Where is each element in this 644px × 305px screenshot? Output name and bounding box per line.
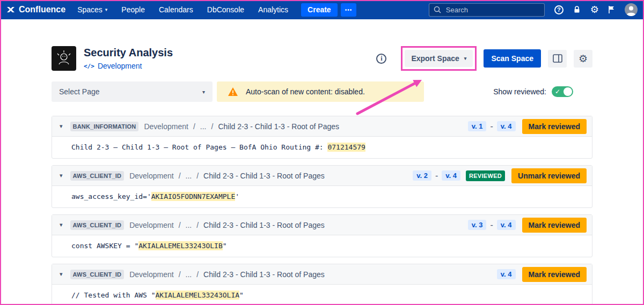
version-link[interactable]: v. 2 xyxy=(413,170,431,181)
version-link[interactable]: v. 1 xyxy=(468,121,487,131)
breadcrumb: Development / ... / Child 2-3 - Child 1-… xyxy=(129,221,325,229)
nav-item-analytics[interactable]: Analytics xyxy=(258,5,288,14)
title-block: Security Analysis </> Development xyxy=(84,47,173,70)
finding-type-badge: AWS_CLIENT_ID xyxy=(70,171,125,181)
breadcrumb-page-link[interactable]: Child 2-3 - Child 1-3 - Root of Pages xyxy=(203,221,325,229)
nav-item-label: Calendars xyxy=(159,5,193,14)
export-space-label: Export Space xyxy=(411,54,459,63)
toolbar-row: Select Page ▾ Auto-scan of new content: … xyxy=(52,81,592,102)
code-text: " xyxy=(239,291,244,299)
nav-item-dbconsole[interactable]: DbConsole xyxy=(207,5,244,14)
select-page-dropdown[interactable]: Select Page ▾ xyxy=(52,81,213,102)
breadcrumb: Development / ... / Child 2-3 - Child 1-… xyxy=(144,122,339,131)
breadcrumb-space-link[interactable]: Development xyxy=(129,221,174,229)
more-button[interactable]: ••• xyxy=(341,3,357,17)
warning-text: Auto-scan of new content: disabled. xyxy=(246,87,365,96)
gear-icon[interactable]: ⚙ xyxy=(590,5,599,14)
search-box[interactable] xyxy=(429,3,545,17)
top-navigation: Confluence Spaces ▾ People Calendars DbC… xyxy=(0,0,644,19)
breadcrumb-ellipsis: ... xyxy=(200,122,207,131)
breadcrumb-page-link[interactable]: Child 2-3 - Child 1-3 - Root of Pages xyxy=(218,122,339,131)
breadcrumb-separator: / xyxy=(196,221,199,229)
export-space-button[interactable]: Export Space ▾ xyxy=(405,50,473,67)
breadcrumb-separator: / xyxy=(179,221,181,229)
version-link[interactable]: v. 4 xyxy=(497,269,516,279)
help-glyph: ? xyxy=(557,6,561,13)
breadcrumb-page-link[interactable]: Child 2-3 - Child 1-3 - Root of Pages xyxy=(203,270,325,279)
breadcrumb-separator: / xyxy=(179,172,181,180)
finding-card: ▾ BANK_INFORMATION Development / ... / C… xyxy=(52,116,592,159)
select-page-label: Select Page xyxy=(59,87,100,96)
space-link[interactable]: Development xyxy=(98,62,142,70)
chevron-down-icon: ▾ xyxy=(202,89,205,95)
code-highlight: AKIALALEMEL33243OLIA xyxy=(156,291,240,300)
version-link[interactable]: v. 4 xyxy=(497,121,516,131)
nav-item-people[interactable]: People xyxy=(121,5,145,14)
gear-icon: ⚙ xyxy=(579,54,588,64)
mark-reviewed-button[interactable]: Mark reviewed xyxy=(522,119,587,134)
flag-icon[interactable] xyxy=(608,5,616,14)
breadcrumb-space-link[interactable]: Development xyxy=(144,122,188,131)
findings-list: ▾ BANK_INFORMATION Development / ... / C… xyxy=(52,116,592,305)
finding-type-badge: BANK_INFORMATION xyxy=(70,122,139,131)
warning-icon xyxy=(228,87,238,96)
create-button[interactable]: Create xyxy=(301,3,338,17)
finding-header: ▾ AWS_CLIENT_ID Development / ... / Chil… xyxy=(52,215,592,235)
nav-links: Spaces ▾ People Calendars DbConsole Anal… xyxy=(77,5,288,14)
finding-type-badge: AWS_CLIENT_ID xyxy=(70,220,125,230)
mark-reviewed-button[interactable]: Mark reviewed xyxy=(522,218,587,233)
version-link[interactable]: v. 4 xyxy=(497,220,516,230)
scan-space-button[interactable]: Scan Space xyxy=(484,49,541,68)
chevron-down-icon: ▾ xyxy=(464,56,467,61)
nav-item-spaces[interactable]: Spaces ▾ xyxy=(77,5,107,14)
space-avatar[interactable] xyxy=(52,46,76,71)
info-icon[interactable]: i xyxy=(376,54,386,64)
chevron-down-icon[interactable]: ▾ xyxy=(57,172,65,179)
nav-item-calendars[interactable]: Calendars xyxy=(159,5,193,14)
code-highlight: AKIALALEMEL33243OLIB xyxy=(138,241,223,250)
code-text: // Tested with AWS " xyxy=(71,291,156,299)
page-title: Security Analysis xyxy=(84,47,173,59)
reviewed-badge: REVIEWED xyxy=(466,170,505,181)
finding-snippet: aws_access_key_id='AKIAIO5FODNN7EXAMPLE' xyxy=(52,186,592,207)
finding-snippet: Child 2-3 — Child 1-3 — Root of Pages — … xyxy=(52,137,592,158)
finding-card: ▾ AWS_CLIENT_ID Development / ... / Chil… xyxy=(52,165,592,208)
breadcrumb-separator: / xyxy=(196,172,199,180)
chevron-down-icon[interactable]: ▾ xyxy=(57,123,65,130)
breadcrumb-ellipsis: ... xyxy=(186,270,192,279)
settings-button[interactable]: ⚙ xyxy=(574,50,592,68)
mark-reviewed-button[interactable]: Mark reviewed xyxy=(522,267,587,282)
help-icon[interactable]: ? xyxy=(554,5,564,14)
breadcrumb-space-link[interactable]: Development xyxy=(129,270,174,279)
version-link[interactable]: v. 4 xyxy=(442,170,460,181)
chevron-down-icon[interactable]: ▾ xyxy=(57,271,65,278)
show-reviewed-toggle[interactable]: ✓ xyxy=(552,86,573,97)
version-dash: - xyxy=(435,171,438,181)
search-icon xyxy=(434,6,441,13)
unmark-reviewed-button[interactable]: Unmark reviewed xyxy=(511,168,587,183)
confluence-home-link[interactable]: Confluence xyxy=(6,5,65,14)
finding-header: ▾ BANK_INFORMATION Development / ... / C… xyxy=(52,116,592,137)
code-text: " xyxy=(223,242,227,250)
breadcrumb-separator: / xyxy=(196,270,199,279)
breadcrumb-space-link[interactable]: Development xyxy=(129,172,174,180)
avatar[interactable] xyxy=(625,3,638,16)
confluence-logo-icon xyxy=(6,5,15,14)
side-panel-button[interactable] xyxy=(548,50,567,68)
chevron-down-icon[interactable]: ▾ xyxy=(57,221,65,228)
show-reviewed-group: Show reviewed: ✓ xyxy=(493,86,573,97)
info-glyph: i xyxy=(380,55,382,63)
check-icon: ✓ xyxy=(555,87,560,96)
page-header: Security Analysis </> Development i Expo… xyxy=(52,46,592,71)
breadcrumb: Development / ... / Child 2-3 - Child 1-… xyxy=(129,270,325,279)
search-input[interactable] xyxy=(445,5,540,14)
version-link[interactable]: v. 3 xyxy=(468,220,487,230)
finding-header: ▾ AWS_CLIENT_ID Development / ... / Chil… xyxy=(52,166,592,186)
toggle-knob xyxy=(564,87,572,96)
autoscan-warning-banner: Auto-scan of new content: disabled. xyxy=(217,81,424,102)
breadcrumb-page-link[interactable]: Child 2-3 - Child 1-3 - Root of Pages xyxy=(203,172,325,180)
show-reviewed-label: Show reviewed: xyxy=(493,87,546,96)
panel-icon xyxy=(553,54,562,63)
breadcrumb-ellipsis: ... xyxy=(186,172,192,180)
lock-icon[interactable] xyxy=(573,5,581,14)
